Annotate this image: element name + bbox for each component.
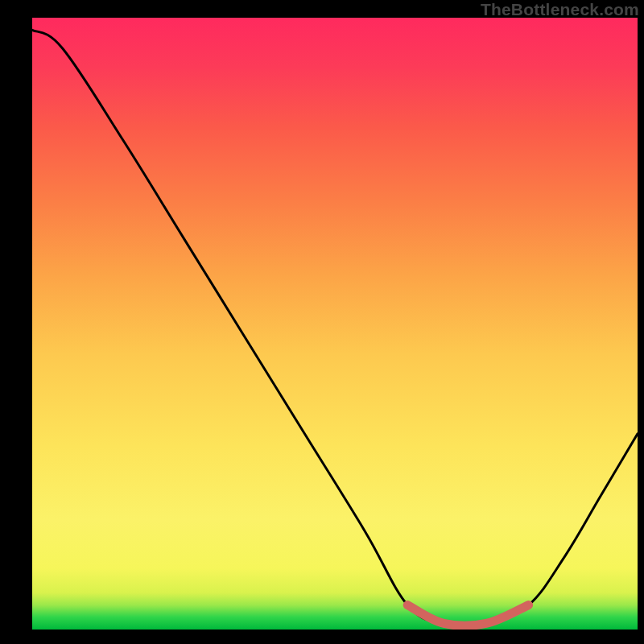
- chart-frame: TheBottleneck.com: [0, 0, 644, 644]
- watermark-text: TheBottleneck.com: [481, 0, 639, 19]
- plot-area: [32, 18, 638, 630]
- highlight-segment: [407, 605, 528, 626]
- bottleneck-curve: [32, 30, 638, 625]
- curve-layer: [32, 18, 638, 630]
